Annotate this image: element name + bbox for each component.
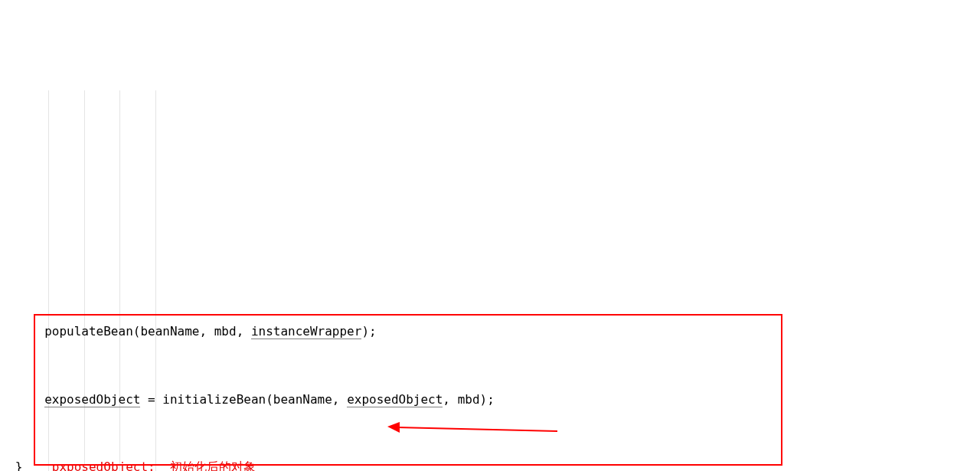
indent-guide [155, 90, 156, 471]
variable-ref: exposedObject [347, 392, 443, 407]
variable-ref: instanceWrapper [251, 324, 362, 339]
code-editor[interactable]: populateBean(beanName, mbd, instanceWrap… [0, 90, 980, 471]
code-text: populateBean(beanName, mbd, [44, 324, 251, 339]
code-text: ); [361, 324, 376, 339]
indent-guide [48, 90, 49, 471]
indent-guide [84, 90, 85, 471]
code-text: , mbd); [443, 392, 494, 407]
code-line[interactable]: } pxposedObject: 初始化后的对象 [8, 456, 972, 471]
inline-annotation: pxposedObject: 初始化后的对象 [52, 460, 256, 471]
brace: } [15, 460, 23, 471]
variable-ref: exposedObject [44, 392, 140, 407]
code-line[interactable]: populateBean(beanName, mbd, instanceWrap… [8, 320, 972, 342]
code-text: = initializeBean(beanName, [140, 392, 347, 407]
code-line[interactable]: exposedObject = initializeBean(beanName,… [8, 388, 972, 410]
indent-guide [119, 90, 120, 471]
